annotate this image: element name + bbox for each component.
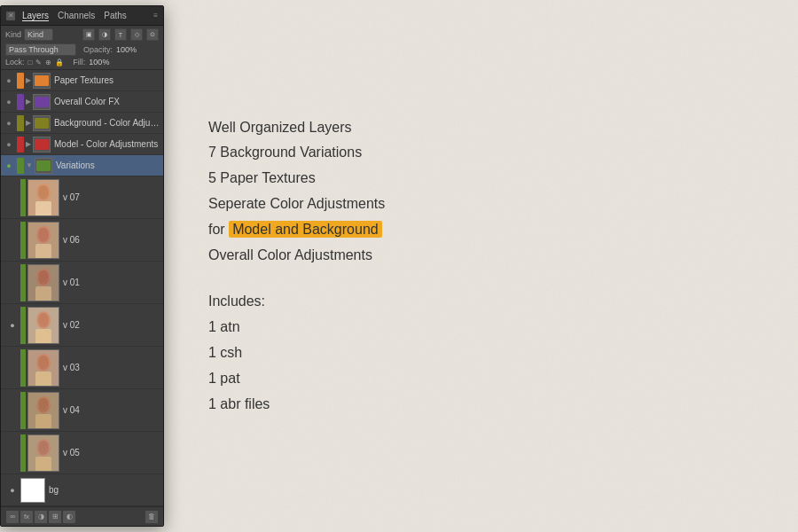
filter-pixel-icon[interactable]: ▣	[82, 28, 95, 41]
eye-icon[interactable]: ●	[1, 155, 17, 176]
info-line-3: 5 Paper Textures	[208, 166, 780, 192]
svg-rect-26	[35, 329, 51, 344]
variation-layer-v07[interactable]: v 07	[1, 176, 163, 219]
variation-layer-v01[interactable]: v 01	[1, 262, 163, 304]
layer-color-swatch	[17, 158, 24, 174]
tab-layers[interactable]: Layers	[22, 11, 49, 21]
svg-rect-20	[35, 286, 51, 301]
svg-point-7	[38, 185, 49, 200]
layer-thumbnail	[27, 264, 59, 301]
highlight-text: Model and Background	[229, 221, 382, 238]
green-bar	[20, 222, 26, 259]
panel-tabs: Layers Channels Paths	[22, 11, 127, 21]
filter-shape-icon[interactable]: ◇	[130, 28, 143, 41]
eye-icon[interactable]: ●	[1, 70, 17, 91]
lock-icon-2[interactable]: ✎	[35, 59, 42, 66]
layer-overall-color-fx[interactable]: ● ▶ Overall Color FX	[1, 91, 163, 113]
svg-rect-1	[35, 97, 49, 107]
layer-thumbnail	[33, 115, 51, 131]
include-item-1: 1 atn	[208, 315, 780, 340]
variation-label: v 01	[63, 278, 80, 287]
lock-row: Lock: □ ✎ ⊕ 🔒 Fill: 100%	[5, 58, 159, 66]
lock-icon-3[interactable]: ⊕	[45, 59, 51, 66]
filter-smart-icon[interactable]: ⊙	[146, 28, 159, 41]
svg-rect-0	[35, 75, 49, 86]
svg-rect-44	[35, 457, 51, 472]
mask-icon[interactable]: ◑	[35, 511, 47, 523]
includes-label: Includes:	[208, 289, 780, 315]
adjustment-icon[interactable]: ◐	[63, 511, 75, 523]
search-row: Kind Kind ▣ ◑ T ◇ ⊙	[5, 28, 159, 41]
include-item-3: 1 pat	[208, 366, 780, 392]
bg-thumbnail	[20, 478, 45, 503]
kind-select[interactable]: Kind	[24, 28, 53, 41]
variation-label: v 07	[63, 192, 80, 202]
svg-point-13	[38, 228, 49, 242]
variation-label: v 05	[63, 448, 80, 458]
green-bar	[20, 307, 26, 344]
for-text: for	[208, 222, 229, 237]
layer-thumbnail	[27, 392, 59, 429]
layer-thumbnail	[27, 307, 59, 344]
lock-icon-4[interactable]: 🔒	[55, 59, 64, 66]
group-icon[interactable]: ⊞	[49, 511, 61, 523]
layer-thumbnail	[33, 73, 51, 89]
eye-icon[interactable]: ●	[1, 134, 17, 155]
info-line-6: Overall Color Adjustments	[208, 243, 780, 269]
layer-paper-textures[interactable]: ● ▶ Paper Textures	[1, 70, 163, 91]
filter-text-icon[interactable]: T	[114, 28, 127, 41]
info-line-1: Well Organized Layers	[208, 115, 780, 141]
includes-section: Includes: 1 atn 1 csh 1 pat 1 abr files	[208, 289, 780, 417]
variation-layer-v04[interactable]: v 04	[1, 389, 163, 432]
layer-color-swatch	[17, 94, 24, 110]
eye-icon[interactable]: ●	[4, 321, 20, 330]
variation-layer-v02[interactable]: ● v 02	[1, 304, 163, 347]
layer-model-color-adj[interactable]: ● ▶ Model - Color Adjustments	[1, 134, 163, 155]
filter-adjust-icon[interactable]: ◑	[98, 28, 111, 41]
tab-paths[interactable]: Paths	[104, 11, 127, 21]
link-icon[interactable]: ∞	[6, 511, 19, 523]
fx-icon[interactable]: fx	[20, 511, 33, 523]
panel-close-button[interactable]: ✕	[6, 12, 15, 20]
layer-thumbnail	[27, 349, 59, 387]
delete-layer-icon[interactable]: 🗑	[145, 511, 158, 523]
svg-rect-38	[35, 414, 51, 429]
include-item-4: 1 abr files	[208, 392, 780, 418]
blend-mode-select[interactable]: Pass Through	[5, 43, 76, 56]
svg-rect-8	[35, 201, 51, 216]
layer-arrow: ▼	[26, 161, 33, 169]
layer-name: Model - Color Adjustments	[54, 139, 163, 149]
layer-thumbnail	[27, 179, 59, 216]
layer-arrow: ▶	[26, 140, 31, 148]
variation-label: v 02	[63, 320, 80, 330]
layer-arrow: ▶	[26, 98, 31, 106]
panel-expand-icon[interactable]: ≡	[153, 12, 158, 20]
variation-layer-v06[interactable]: v 06	[1, 219, 163, 262]
green-bar	[20, 392, 26, 429]
variation-layer-v03[interactable]: v 03	[1, 347, 163, 389]
layer-arrow: ▶	[26, 119, 31, 127]
svg-point-43	[38, 441, 49, 455]
eye-icon[interactable]: ●	[4, 486, 20, 495]
svg-rect-32	[35, 372, 51, 387]
fill-label: Fill:	[73, 58, 85, 66]
tab-channels[interactable]: Channels	[58, 11, 95, 21]
layer-color-swatch	[17, 115, 24, 131]
variation-layer-v05[interactable]: v 05	[1, 432, 163, 474]
svg-rect-4	[36, 160, 51, 171]
svg-point-31	[38, 356, 49, 370]
eye-icon[interactable]: ●	[1, 113, 17, 134]
variation-label: v 04	[63, 405, 80, 415]
lock-icon-1[interactable]: □	[28, 59, 33, 66]
eye-icon[interactable]: ●	[1, 91, 17, 113]
layer-bg[interactable]: ● bg	[1, 474, 163, 506]
layer-bg-color-adj[interactable]: ● ▶ Background - Color Adjustments	[1, 113, 163, 134]
panel-footer: ∞ fx ◑ ⊞ ◐ 🗑	[1, 506, 163, 526]
variation-label: v 03	[63, 363, 80, 372]
photoshop-layers-panel: ✕ Layers Channels Paths ≡ Kind Kind ▣ ◑ …	[0, 5, 164, 527]
layer-name: Overall Color FX	[54, 97, 163, 106]
info-line-5: for Model and Background	[208, 217, 780, 243]
layer-thumbnail	[35, 158, 52, 174]
layer-variations[interactable]: ● ▼ Variations	[1, 155, 163, 176]
layer-color-swatch	[17, 137, 24, 153]
